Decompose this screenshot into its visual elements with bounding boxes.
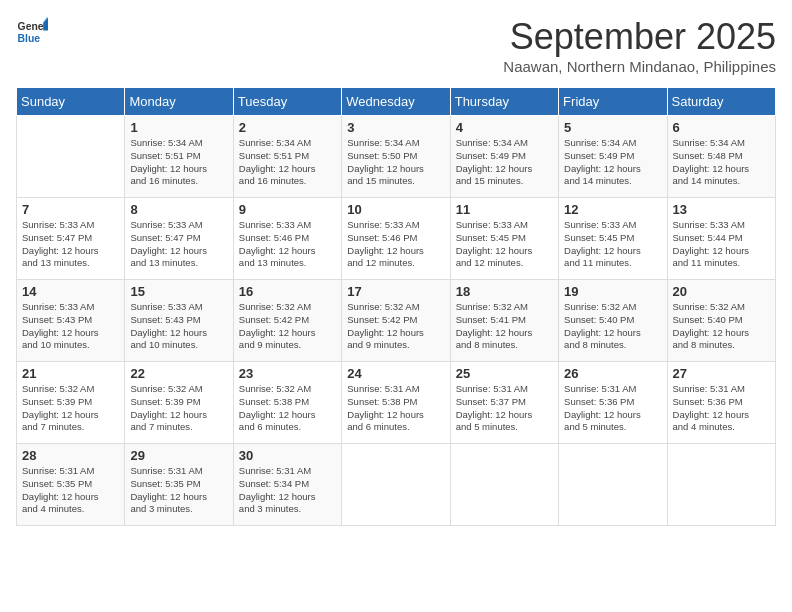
day-number: 25 (456, 366, 553, 381)
calendar-week-row: 21Sunrise: 5:32 AMSunset: 5:39 PMDayligh… (17, 362, 776, 444)
title-block: September 2025 Naawan, Northern Mindanao… (503, 16, 776, 75)
day-info: Sunrise: 5:32 AMSunset: 5:41 PMDaylight:… (456, 301, 553, 352)
day-number: 8 (130, 202, 227, 217)
svg-text:Blue: Blue (18, 33, 41, 44)
day-number: 7 (22, 202, 119, 217)
day-info: Sunrise: 5:34 AMSunset: 5:49 PMDaylight:… (456, 137, 553, 188)
calendar-cell: 15Sunrise: 5:33 AMSunset: 5:43 PMDayligh… (125, 280, 233, 362)
calendar-header-row: SundayMondayTuesdayWednesdayThursdayFrid… (17, 88, 776, 116)
day-info: Sunrise: 5:31 AMSunset: 5:36 PMDaylight:… (564, 383, 661, 434)
day-of-week-header: Tuesday (233, 88, 341, 116)
month-title: September 2025 (503, 16, 776, 58)
calendar-cell (17, 116, 125, 198)
day-info: Sunrise: 5:33 AMSunset: 5:47 PMDaylight:… (22, 219, 119, 270)
calendar-cell (667, 444, 775, 526)
calendar-cell: 7Sunrise: 5:33 AMSunset: 5:47 PMDaylight… (17, 198, 125, 280)
calendar-cell: 27Sunrise: 5:31 AMSunset: 5:36 PMDayligh… (667, 362, 775, 444)
day-info: Sunrise: 5:34 AMSunset: 5:51 PMDaylight:… (130, 137, 227, 188)
day-info: Sunrise: 5:31 AMSunset: 5:35 PMDaylight:… (130, 465, 227, 516)
calendar-cell: 18Sunrise: 5:32 AMSunset: 5:41 PMDayligh… (450, 280, 558, 362)
day-number: 5 (564, 120, 661, 135)
day-number: 18 (456, 284, 553, 299)
calendar-cell: 19Sunrise: 5:32 AMSunset: 5:40 PMDayligh… (559, 280, 667, 362)
calendar-week-row: 1Sunrise: 5:34 AMSunset: 5:51 PMDaylight… (17, 116, 776, 198)
day-number: 10 (347, 202, 444, 217)
calendar-cell: 25Sunrise: 5:31 AMSunset: 5:37 PMDayligh… (450, 362, 558, 444)
day-number: 16 (239, 284, 336, 299)
calendar-cell: 3Sunrise: 5:34 AMSunset: 5:50 PMDaylight… (342, 116, 450, 198)
calendar-cell: 21Sunrise: 5:32 AMSunset: 5:39 PMDayligh… (17, 362, 125, 444)
calendar-table: SundayMondayTuesdayWednesdayThursdayFrid… (16, 87, 776, 526)
calendar-cell: 2Sunrise: 5:34 AMSunset: 5:51 PMDaylight… (233, 116, 341, 198)
day-number: 21 (22, 366, 119, 381)
calendar-cell (342, 444, 450, 526)
calendar-cell: 6Sunrise: 5:34 AMSunset: 5:48 PMDaylight… (667, 116, 775, 198)
calendar-cell (559, 444, 667, 526)
day-number: 19 (564, 284, 661, 299)
day-number: 11 (456, 202, 553, 217)
day-info: Sunrise: 5:31 AMSunset: 5:38 PMDaylight:… (347, 383, 444, 434)
calendar-cell: 22Sunrise: 5:32 AMSunset: 5:39 PMDayligh… (125, 362, 233, 444)
day-info: Sunrise: 5:32 AMSunset: 5:42 PMDaylight:… (239, 301, 336, 352)
day-info: Sunrise: 5:32 AMSunset: 5:38 PMDaylight:… (239, 383, 336, 434)
day-number: 29 (130, 448, 227, 463)
day-number: 22 (130, 366, 227, 381)
day-info: Sunrise: 5:31 AMSunset: 5:35 PMDaylight:… (22, 465, 119, 516)
calendar-cell (450, 444, 558, 526)
day-number: 13 (673, 202, 770, 217)
day-number: 27 (673, 366, 770, 381)
calendar-cell: 23Sunrise: 5:32 AMSunset: 5:38 PMDayligh… (233, 362, 341, 444)
day-info: Sunrise: 5:34 AMSunset: 5:50 PMDaylight:… (347, 137, 444, 188)
day-info: Sunrise: 5:33 AMSunset: 5:43 PMDaylight:… (22, 301, 119, 352)
day-info: Sunrise: 5:31 AMSunset: 5:36 PMDaylight:… (673, 383, 770, 434)
day-info: Sunrise: 5:33 AMSunset: 5:46 PMDaylight:… (347, 219, 444, 270)
day-of-week-header: Saturday (667, 88, 775, 116)
day-info: Sunrise: 5:32 AMSunset: 5:39 PMDaylight:… (130, 383, 227, 434)
calendar-cell: 29Sunrise: 5:31 AMSunset: 5:35 PMDayligh… (125, 444, 233, 526)
calendar-cell: 14Sunrise: 5:33 AMSunset: 5:43 PMDayligh… (17, 280, 125, 362)
day-number: 9 (239, 202, 336, 217)
calendar-week-row: 7Sunrise: 5:33 AMSunset: 5:47 PMDaylight… (17, 198, 776, 280)
day-number: 23 (239, 366, 336, 381)
day-number: 2 (239, 120, 336, 135)
calendar-cell: 8Sunrise: 5:33 AMSunset: 5:47 PMDaylight… (125, 198, 233, 280)
calendar-week-row: 28Sunrise: 5:31 AMSunset: 5:35 PMDayligh… (17, 444, 776, 526)
day-number: 28 (22, 448, 119, 463)
day-info: Sunrise: 5:33 AMSunset: 5:46 PMDaylight:… (239, 219, 336, 270)
calendar-cell: 28Sunrise: 5:31 AMSunset: 5:35 PMDayligh… (17, 444, 125, 526)
day-info: Sunrise: 5:31 AMSunset: 5:34 PMDaylight:… (239, 465, 336, 516)
calendar-cell: 13Sunrise: 5:33 AMSunset: 5:44 PMDayligh… (667, 198, 775, 280)
day-info: Sunrise: 5:32 AMSunset: 5:40 PMDaylight:… (564, 301, 661, 352)
day-number: 15 (130, 284, 227, 299)
day-info: Sunrise: 5:34 AMSunset: 5:49 PMDaylight:… (564, 137, 661, 188)
day-info: Sunrise: 5:33 AMSunset: 5:47 PMDaylight:… (130, 219, 227, 270)
day-number: 30 (239, 448, 336, 463)
logo-icon: General Blue (16, 16, 48, 48)
day-info: Sunrise: 5:33 AMSunset: 5:45 PMDaylight:… (564, 219, 661, 270)
day-of-week-header: Sunday (17, 88, 125, 116)
day-number: 6 (673, 120, 770, 135)
day-number: 12 (564, 202, 661, 217)
calendar-cell: 10Sunrise: 5:33 AMSunset: 5:46 PMDayligh… (342, 198, 450, 280)
day-number: 3 (347, 120, 444, 135)
day-info: Sunrise: 5:32 AMSunset: 5:39 PMDaylight:… (22, 383, 119, 434)
calendar-cell: 16Sunrise: 5:32 AMSunset: 5:42 PMDayligh… (233, 280, 341, 362)
day-info: Sunrise: 5:32 AMSunset: 5:42 PMDaylight:… (347, 301, 444, 352)
day-number: 1 (130, 120, 227, 135)
day-number: 17 (347, 284, 444, 299)
day-number: 24 (347, 366, 444, 381)
day-info: Sunrise: 5:33 AMSunset: 5:45 PMDaylight:… (456, 219, 553, 270)
page-header: General Blue September 2025 Naawan, Nort… (16, 16, 776, 75)
calendar-week-row: 14Sunrise: 5:33 AMSunset: 5:43 PMDayligh… (17, 280, 776, 362)
calendar-cell: 17Sunrise: 5:32 AMSunset: 5:42 PMDayligh… (342, 280, 450, 362)
day-number: 26 (564, 366, 661, 381)
day-info: Sunrise: 5:32 AMSunset: 5:40 PMDaylight:… (673, 301, 770, 352)
day-of-week-header: Wednesday (342, 88, 450, 116)
day-number: 4 (456, 120, 553, 135)
day-of-week-header: Friday (559, 88, 667, 116)
day-info: Sunrise: 5:33 AMSunset: 5:44 PMDaylight:… (673, 219, 770, 270)
location-subtitle: Naawan, Northern Mindanao, Philippines (503, 58, 776, 75)
day-number: 14 (22, 284, 119, 299)
logo: General Blue (16, 16, 50, 48)
calendar-cell: 4Sunrise: 5:34 AMSunset: 5:49 PMDaylight… (450, 116, 558, 198)
